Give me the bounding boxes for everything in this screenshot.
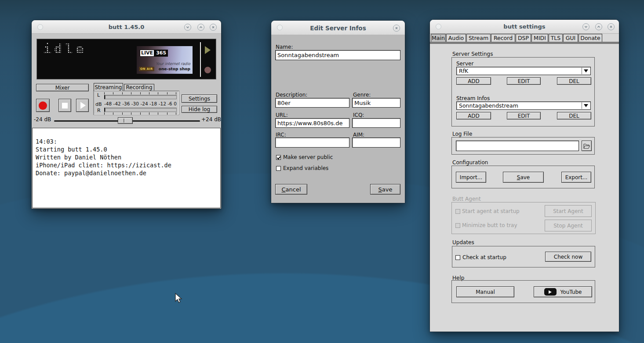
- dropdown-arrow-button[interactable]: [582, 68, 590, 74]
- config-save-label: Save: [503, 174, 543, 181]
- expand-variables-checkbox[interactable]: [276, 166, 281, 171]
- minimize-butt-to-tray-checkbox: [455, 223, 460, 228]
- dialog-titlebar[interactable]: Edit Server Infos: [271, 21, 405, 35]
- tab-audio[interactable]: Audio: [446, 34, 466, 42]
- meter-ticks-bottom: [104, 112, 177, 115]
- close-button[interactable]: [393, 25, 400, 32]
- shade-button[interactable]: [184, 24, 191, 31]
- check-at-startup-checkbox[interactable]: [455, 255, 460, 260]
- chevron-down-icon: [186, 25, 190, 29]
- tab-streaming[interactable]: Streaming: [94, 83, 123, 91]
- export-button[interactable]: Export...: [561, 172, 591, 183]
- chevron-down-icon: [584, 104, 588, 107]
- level-meter: L dB -48 -42 -36 -30 -24 -18 -12 -6 0 R: [93, 90, 179, 115]
- server-settings-section-label: Server Settings: [452, 51, 493, 57]
- hide-log-button[interactable]: Hide log: [182, 106, 217, 113]
- settings-button[interactable]: Settings: [182, 94, 217, 103]
- irc-label: IRC:: [276, 132, 286, 138]
- tab-recording[interactable]: Recording: [124, 84, 154, 91]
- log-file-section-label: Log File: [452, 131, 472, 137]
- url-field[interactable]: https://www.80s80s.de: [275, 118, 349, 128]
- youtube-button[interactable]: YouTube: [534, 286, 592, 297]
- main-window-titlebar[interactable]: butt 1.45.0: [32, 20, 221, 34]
- stream-del-label: DEL: [569, 113, 579, 119]
- meter-ticks-top: [104, 92, 177, 94]
- tab-gui[interactable]: GUI: [563, 34, 578, 42]
- manual-button[interactable]: Manual: [456, 286, 514, 297]
- tab-midi[interactable]: MIDI: [531, 34, 548, 42]
- start-agent-at-startup-checkbox: [455, 209, 460, 214]
- tab-main[interactable]: Main: [431, 34, 446, 42]
- icq-field[interactable]: [352, 118, 400, 128]
- stop-button[interactable]: [58, 99, 71, 112]
- genre-field[interactable]: Musik: [352, 98, 400, 108]
- shade-button[interactable]: [582, 23, 589, 30]
- mixer-button-label: Mixer: [55, 85, 70, 91]
- updates-section-label: Updates: [452, 239, 474, 246]
- tab-donate-label: Donate: [580, 35, 600, 41]
- stop-agent-label: Stop Agent: [553, 223, 583, 229]
- dropdown-arrow-button[interactable]: [582, 102, 590, 109]
- name-field[interactable]: Sonntagabendstream: [275, 50, 400, 60]
- make-server-public-label: Make server public: [283, 154, 333, 160]
- tab-midi-label: MIDI: [534, 35, 546, 41]
- butt-agent-section-label: Butt Agent: [452, 196, 481, 202]
- description-field[interactable]: 80er: [275, 98, 349, 108]
- meter-scale-tick: -18: [149, 101, 157, 106]
- settings-window-title: butt settings: [430, 23, 619, 30]
- tab-record-label: Record: [494, 35, 513, 41]
- meter-scale-tick: -36: [122, 101, 130, 106]
- aim-field[interactable]: [352, 137, 400, 148]
- import-button[interactable]: Import...: [456, 172, 486, 183]
- tab-dsp[interactable]: DSP: [516, 34, 531, 42]
- tab-streaming-label: Streaming: [95, 84, 122, 90]
- irc-field[interactable]: [275, 137, 349, 148]
- play-button[interactable]: [76, 99, 89, 112]
- tab-main-label: Main: [432, 35, 445, 41]
- youtube-icon: [544, 288, 557, 296]
- tab-stream[interactable]: Stream: [466, 34, 491, 42]
- server-del-button[interactable]: DEL: [557, 77, 591, 85]
- tab-donate[interactable]: Donate: [579, 34, 602, 42]
- maximize-button[interactable]: [595, 23, 602, 30]
- description-label: Description:: [276, 92, 307, 98]
- live365-ad-banner[interactable]: LIVE 365 ON AIR Your internet radio one-…: [137, 46, 193, 74]
- cancel-button-label: Cancel: [276, 186, 307, 193]
- log-file-browse-button[interactable]: [582, 141, 592, 151]
- stream-infos-dropdown[interactable]: Sonntagabendstream: [456, 101, 591, 110]
- log-file-path-field[interactable]: [456, 141, 579, 151]
- volume-slider-handle[interactable]: [118, 117, 133, 124]
- log-line: 14:03:: [36, 137, 220, 145]
- make-server-public-checkbox[interactable]: [276, 155, 281, 160]
- record-button[interactable]: [36, 99, 50, 112]
- tab-dsp-label: DSP: [518, 35, 529, 41]
- stream-del-button[interactable]: DEL: [557, 112, 591, 119]
- server-add-button[interactable]: ADD: [456, 77, 491, 85]
- config-save-button[interactable]: Save: [503, 172, 544, 183]
- tab-record[interactable]: Record: [491, 34, 515, 42]
- cancel-button[interactable]: Cancel: [275, 184, 307, 195]
- tab-tls-label: TLS: [551, 35, 561, 41]
- start-agent-button: Start Agent: [545, 205, 592, 217]
- genre-field-value: Musik: [354, 100, 371, 106]
- name-field-value: Sonntagabendstream: [277, 52, 339, 58]
- stream-edit-button[interactable]: EDIT: [507, 112, 541, 119]
- description-field-value: 80er: [277, 100, 291, 106]
- meter-left-label: L: [97, 92, 100, 98]
- stream-add-button[interactable]: ADD: [456, 112, 491, 119]
- close-button[interactable]: [608, 23, 615, 30]
- server-edit-button[interactable]: EDIT: [507, 77, 541, 85]
- volume-max-label: +24 dB: [201, 116, 221, 123]
- settings-titlebar[interactable]: butt settings: [430, 20, 619, 34]
- close-button[interactable]: [210, 24, 217, 31]
- live365-logo: LIVE 365: [140, 50, 168, 57]
- maximize-button[interactable]: [197, 24, 204, 31]
- configuration-section-label: Configuration: [452, 159, 488, 166]
- live365-logo-365: 365: [154, 50, 168, 57]
- tab-tls[interactable]: TLS: [549, 34, 563, 42]
- check-now-button[interactable]: Check now: [545, 252, 591, 262]
- save-button[interactable]: Save: [370, 184, 400, 195]
- server-dropdown[interactable]: RfK: [456, 67, 591, 75]
- log-output[interactable]: 14:03: Starting butt 1.45.0 Written by D…: [32, 128, 221, 208]
- mixer-button[interactable]: Mixer: [36, 84, 89, 91]
